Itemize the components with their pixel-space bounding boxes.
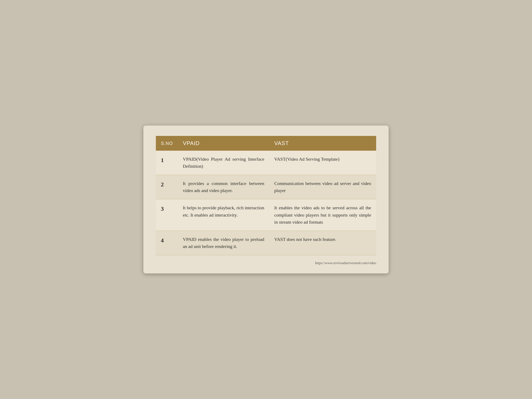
cell-sno: 1 — [156, 151, 178, 175]
cell-sno: 2 — [156, 175, 178, 199]
table-header-row: S.NO VPAID VAST — [156, 136, 376, 151]
cell-vast: VAST does not have such feature. — [269, 231, 376, 255]
table-row: 1VPAID(Video Player Ad serving Interface… — [156, 151, 376, 175]
table-row: 2It provides a common interface between … — [156, 175, 376, 199]
cell-vpaid: VPAID enables the video player to preloa… — [178, 231, 269, 255]
cell-vast: Communication between video ad server an… — [269, 175, 376, 199]
footer-url: https://www.reviveadservermod.com/video — [156, 261, 376, 265]
header-vast: VAST — [269, 136, 376, 151]
cell-vast: VAST(Video Ad Serving Template) — [269, 151, 376, 175]
slide-container: S.NO VPAID VAST 1VPAID(Video Player Ad s… — [143, 126, 389, 273]
comparison-table: S.NO VPAID VAST 1VPAID(Video Player Ad s… — [156, 136, 376, 255]
cell-sno: 4 — [156, 231, 178, 255]
table-row: 3It helps to provide playback, rich inte… — [156, 199, 376, 231]
cell-vpaid: It provides a common interface between v… — [178, 175, 269, 199]
cell-vpaid: It helps to provide playback, rich inter… — [178, 199, 269, 231]
cell-vast: It enables the video ads to be served ac… — [269, 199, 376, 231]
table-row: 4VPAID enables the video player to prelo… — [156, 231, 376, 255]
header-vpaid: VPAID — [178, 136, 269, 151]
header-sno: S.NO — [156, 136, 178, 151]
cell-sno: 3 — [156, 199, 178, 231]
cell-vpaid: VPAID(Video Player Ad serving Interface … — [178, 151, 269, 175]
